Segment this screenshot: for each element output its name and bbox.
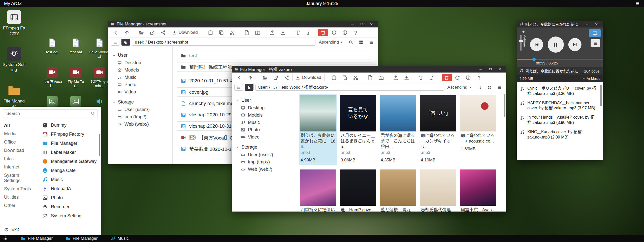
file-tile[interactable]: 君が夜の海に還るまで＿こんにちは谷田... .mp3 4.35MB	[379, 94, 417, 165]
volume-slider-handle[interactable]	[519, 40, 523, 42]
launcher-app-item[interactable]: NotepadA	[40, 184, 101, 193]
playlist-item[interactable]: Cynic＿ポリスピカデリー cover. by 柘榴-zakuro-.mp3 …	[517, 84, 603, 98]
sidebar-toggle-button[interactable]	[111, 39, 119, 46]
cut-button[interactable]	[227, 29, 237, 36]
category-item[interactable]: Files	[0, 155, 40, 163]
sidebar-section-storage[interactable]: Storage	[232, 143, 296, 151]
volume-slider[interactable]	[520, 35, 522, 51]
sidebar-section-user[interactable]: User	[232, 96, 296, 104]
next-button[interactable]	[568, 38, 581, 51]
file-tile[interactable]: 藍と薄桜＿青九月...	[379, 169, 417, 212]
progress-bar[interactable]	[517, 59, 603, 60]
player-progress-handle[interactable]	[532, 58, 536, 61]
category-item[interactable]: Media	[0, 130, 40, 138]
desktop-file[interactable]: 【繁中〜yukimin...	[88, 67, 111, 88]
breadcrumb[interactable]: user: / ... / Hello World / 柘榴-zakuro-	[255, 84, 444, 91]
pause-button[interactable]	[548, 37, 564, 53]
help-button[interactable]	[474, 74, 484, 81]
title-bar[interactable]: File Manager - 柘榴-zakuro- ×	[232, 66, 506, 73]
new-file-button[interactable]	[242, 29, 252, 36]
category-item[interactable]: Utilities	[0, 193, 40, 201]
launcher-app-item[interactable]: Label Maker	[40, 148, 101, 157]
top-menu-button[interactable]	[635, 1, 640, 6]
copy-button[interactable]	[216, 29, 227, 36]
new-folder-button[interactable]	[253, 29, 263, 36]
category-item[interactable]: Download	[0, 146, 40, 155]
paste-button[interactable]	[329, 74, 339, 81]
playlist-item[interactable]: HAPPY BIRTHDAY＿back number cover. by 柘榴-…	[517, 98, 603, 113]
new-file-button[interactable]	[365, 74, 375, 81]
delete-button[interactable]	[442, 74, 452, 81]
sidebar-item[interactable]: Photo	[232, 126, 296, 133]
breadcrumb[interactable]: user: / Desktop / screenshot	[132, 39, 315, 46]
info-button[interactable]	[463, 74, 473, 81]
refresh-button[interactable]	[453, 74, 463, 81]
upload-button[interactable]	[267, 29, 277, 36]
rename-button[interactable]	[427, 74, 437, 81]
sidebar-item[interactable]: Music	[232, 119, 296, 126]
back-button[interactable]	[234, 74, 244, 81]
file-tile[interactable]: 幽霊東京＿Ayase...	[459, 169, 497, 212]
grid-view-button[interactable]	[357, 39, 365, 46]
launcher-app-item[interactable]: System Setting	[40, 211, 101, 220]
launcher-app-item[interactable]: File Manager	[40, 139, 101, 148]
launcher-scrollbar[interactable]	[99, 134, 100, 156]
launcher-app-item[interactable]: Photo	[40, 193, 101, 202]
back-button[interactable]	[111, 29, 121, 36]
sidebar-item[interactable]: Video	[232, 133, 296, 141]
file-tile[interactable]: 四季折々に揺蕩いて...	[299, 169, 337, 212]
close-button[interactable]: ×	[496, 66, 504, 73]
launcher-app-item[interactable]: FFmpeg Factory	[40, 130, 101, 139]
playlist-scrollbar[interactable]	[600, 85, 602, 106]
launcher-app-item[interactable]: Management Gateway	[40, 157, 101, 166]
sidebar-item[interactable]: User (user:/)	[108, 106, 172, 113]
copy-button[interactable]	[340, 74, 350, 81]
category-item[interactable]: Internet	[0, 163, 40, 171]
download-file-button[interactable]	[402, 74, 412, 81]
file-tile[interactable]: 命に嫌われている＿+ acoustic co... 1.69MB	[459, 94, 497, 165]
open-in-new-button[interactable]	[271, 74, 281, 81]
sidebar-item[interactable]: Models	[108, 66, 172, 74]
sidebar-section-storage[interactable]: Storage	[108, 98, 172, 106]
sidebar-item[interactable]: Models	[232, 112, 296, 119]
sidebar-item[interactable]: tmp (tmp:/)	[108, 113, 172, 121]
category-item[interactable]: Other	[0, 201, 40, 210]
file-tile[interactable]: 例えば、今此処に置かれた花に＿164... .mp3 4.99MB	[299, 94, 337, 165]
file-tile[interactable]: 「寂しい」 命に嫌われている＿カンザキイオリ... .mp3 4.19MB	[419, 94, 457, 165]
rename-button[interactable]	[304, 29, 314, 36]
open-button[interactable]	[136, 29, 146, 36]
desktop-shortcut[interactable]: System Setting	[2, 47, 26, 72]
minimize-button[interactable]	[583, 21, 591, 27]
launcher-app-item[interactable]: Music	[40, 175, 101, 184]
maximize-button[interactable]	[358, 21, 366, 27]
taskbar-item[interactable]: File Manager	[66, 236, 98, 241]
previous-button[interactable]	[530, 38, 543, 51]
sidebar-section-user[interactable]: User	[108, 51, 172, 59]
search-button[interactable]	[347, 39, 355, 46]
search-input[interactable]	[3, 109, 98, 118]
desktop-file[interactable]: Fly Me To T...	[64, 67, 88, 88]
sidebar-item[interactable]: Desktop	[108, 59, 172, 66]
launcher-app-item[interactable]: Dummy	[40, 121, 101, 130]
taskbar-item[interactable]: Music	[111, 236, 128, 241]
launcher-app-item[interactable]: Recorder	[40, 202, 101, 211]
exit-button[interactable]: Exit	[0, 224, 101, 235]
sidebar-toggle-button[interactable]	[234, 84, 243, 91]
file-tile[interactable]: 忘却感傷代償連盟...	[419, 169, 457, 212]
desktop-file[interactable]: test.bat	[64, 37, 88, 59]
sidebar-item[interactable]: Photo	[108, 81, 172, 88]
playlist-item[interactable]: In Your Hands＿yusukeP cover. by 柘榴-zakur…	[517, 113, 603, 127]
category-item[interactable]: All	[0, 121, 40, 130]
info-button[interactable]	[340, 29, 350, 36]
up-button[interactable]	[122, 29, 132, 36]
search-button[interactable]	[475, 84, 484, 91]
cut-button[interactable]	[351, 74, 361, 81]
dark-mode-button[interactable]	[245, 84, 253, 91]
volume-control[interactable]: + Volume	[520, 29, 527, 51]
grid-view-button[interactable]	[486, 84, 494, 91]
sidebar-item[interactable]: Video	[108, 88, 172, 96]
share-button[interactable]	[158, 29, 168, 36]
taskbar-item[interactable]: File Manager	[21, 236, 53, 241]
sidebar-item[interactable]: Web (web:/)	[232, 166, 296, 173]
refresh-button[interactable]	[329, 29, 339, 36]
